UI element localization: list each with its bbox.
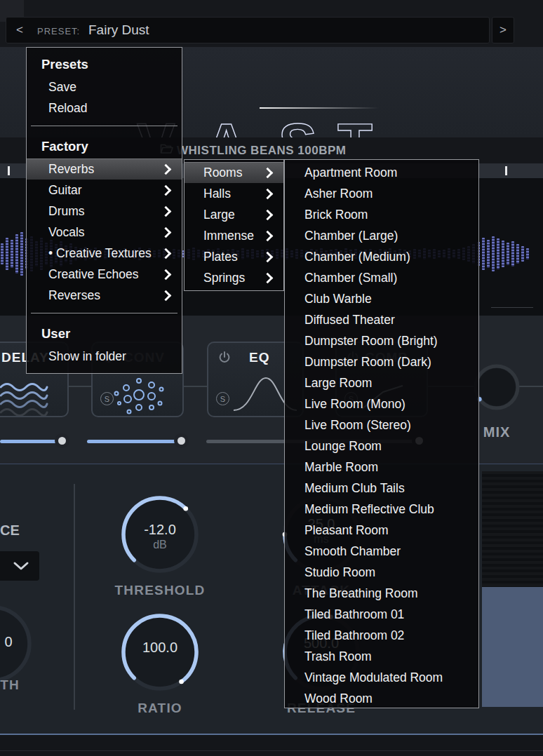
loop-start-marker[interactable] — [8, 166, 10, 175]
menu-item-label: Immense — [203, 229, 264, 243]
menu-item-asher-room[interactable]: Asher Room — [285, 183, 478, 204]
menu-item-medium-reflective-club[interactable]: Medium Reflective Club — [285, 499, 478, 520]
eq-power-icon[interactable] — [217, 351, 232, 365]
footer-bar — [0, 735, 543, 756]
waveform-bar — [11, 240, 13, 268]
menu-item-show-in-folder[interactable]: Show in folder — [27, 346, 182, 367]
menu-item-label: Dumpster Room (Dark) — [304, 355, 470, 370]
waveform-bar — [20, 232, 23, 276]
menu-item-large[interactable]: Large — [185, 204, 283, 225]
menu-item-reload[interactable]: Reload — [27, 97, 182, 119]
mix-knob[interactable] — [474, 364, 520, 410]
menu-item-diffused-theater[interactable]: Diffused Theater — [285, 309, 478, 330]
menu-item-creative-textures[interactable]: • Creative Textures — [27, 243, 182, 264]
waveform-bar — [511, 241, 514, 266]
conv-slider-handle[interactable] — [174, 433, 189, 448]
menu-divider — [31, 313, 177, 313]
module-eq-label: EQ — [249, 350, 269, 365]
delay-waves-icon — [0, 381, 49, 416]
menu-item-label: Lounge Room — [304, 439, 470, 454]
menu-item-dumpster-room-bright[interactable]: Dumpster Room (Bright) — [285, 330, 478, 351]
menu-item-label: Plates — [203, 250, 264, 264]
menu-item-rooms[interactable]: Rooms — [185, 162, 283, 183]
menu-item-the-breathing-room[interactable]: The Breathing Room — [285, 583, 478, 604]
delay-amount-slider[interactable] — [0, 440, 62, 443]
menu-item-label: Chamber (Medium) — [304, 250, 470, 264]
menu-item-live-room-stereo[interactable]: Live Room (Stereo) — [285, 414, 478, 436]
menu-item-wood-room[interactable]: Wood Room — [285, 688, 478, 709]
chevron-right-icon — [262, 251, 274, 262]
menu-item-label: Diffused Theater — [304, 313, 470, 328]
mix-knob-label: MIX — [476, 424, 518, 440]
menu-item-large-room[interactable]: Large Room — [285, 372, 478, 393]
menu-item-label: Reverses — [48, 288, 162, 303]
chevron-right-icon — [161, 227, 172, 238]
right-list-panel[interactable] — [482, 471, 543, 587]
menu-item-label: Chamber (Small) — [304, 271, 470, 285]
menu-item-label: Live Room (Mono) — [304, 397, 470, 412]
rooms-submenu: Apartment RoomAsher RoomBrick RoomChambe… — [284, 159, 479, 708]
menu-item-pleasant-room[interactable]: Pleasant Room — [285, 520, 478, 541]
chevron-down-icon — [13, 561, 29, 571]
delay-slider-handle[interactable] — [55, 433, 69, 448]
menu-item-drums[interactable]: Drums — [27, 201, 182, 222]
menu-item-label: Show in folder — [48, 349, 173, 364]
menu-item-plates[interactable]: Plates — [185, 246, 283, 267]
menu-item-save[interactable]: Save — [27, 76, 182, 97]
menu-item-immense[interactable]: Immense — [185, 225, 283, 246]
menu-item-chamber-medium[interactable]: Chamber (Medium) — [285, 246, 478, 267]
menu-item-label: Halls — [203, 187, 264, 201]
menu-item-vocals[interactable]: Vocals — [27, 222, 182, 243]
menu-item-club-warble[interactable]: Club Warble — [285, 288, 478, 309]
menu-item-springs[interactable]: Springs — [185, 267, 283, 288]
menu-item-trash-room[interactable]: Trash Room — [285, 646, 478, 667]
footer-inner-line — [0, 750, 543, 751]
sample-name[interactable]: WHISTLING BEANS 100BPM — [177, 144, 346, 158]
menu-item-medium-club-tails[interactable]: Medium Club Tails — [285, 478, 478, 499]
right-selected-panel[interactable] — [482, 587, 543, 707]
menu-item-live-room-mono[interactable]: Live Room (Mono) — [285, 393, 478, 414]
menu-item-reverses[interactable]: Reverses — [27, 285, 182, 306]
preset-caption: PRESET: — [37, 26, 80, 36]
menu-item-marble-room[interactable]: Marble Room — [285, 457, 478, 478]
waveform-bar — [502, 241, 504, 267]
menu-item-chamber-large[interactable]: Chamber (Large) — [285, 225, 478, 246]
menu-item-creative-echoes[interactable]: Creative Echoes — [27, 264, 182, 285]
menu-item-label: Rooms — [203, 166, 264, 180]
waveform-bar — [6, 238, 8, 270]
menu-item-label: Tiled Bathroom 01 — [304, 607, 470, 622]
menu-item-chamber-small[interactable]: Chamber (Small) — [285, 267, 478, 288]
menu-item-brick-room[interactable]: Brick Room — [285, 204, 478, 225]
menu-item-lounge-room[interactable]: Lounge Room — [285, 436, 478, 457]
menu-item-guitar[interactable]: Guitar — [27, 180, 182, 201]
menu-item-smooth-chamber[interactable]: Smooth Chamber — [285, 541, 478, 562]
menu-item-label: Medium Reflective Club — [304, 502, 470, 517]
fx-connector — [69, 386, 91, 387]
chevron-right-icon — [262, 230, 274, 241]
loop-end-marker[interactable] — [505, 166, 507, 175]
chevron-right-icon — [161, 248, 172, 259]
menu-item-label: Reload — [48, 101, 173, 116]
menu-item-apartment-room[interactable]: Apartment Room — [285, 162, 478, 183]
waveform-bar — [507, 243, 509, 265]
menu-item-vintage-modulated-room[interactable]: Vintage Modulated Room — [285, 667, 478, 688]
width-knob-value: 0 — [0, 634, 51, 650]
eq-solo-badge[interactable]: S — [216, 392, 229, 405]
menu-item-reverbs[interactable]: Reverbs — [27, 158, 182, 180]
preset-bar[interactable]: < PRESET: Fairy Dust — [6, 17, 490, 43]
menu-item-label: Vocals — [48, 225, 162, 240]
conv-amount-slider[interactable] — [87, 440, 182, 443]
menu-item-halls[interactable]: Halls — [185, 183, 283, 204]
menu-item-label: Live Room (Stereo) — [304, 418, 470, 433]
menu-item-studio-room[interactable]: Studio Room — [285, 562, 478, 583]
preset-prev-button[interactable]: < — [16, 18, 23, 43]
menu-item-label: Large — [203, 208, 264, 222]
menu-item-tiled-bathroom-01[interactable]: Tiled Bathroom 01 — [285, 604, 478, 625]
menu-item-tiled-bathroom-02[interactable]: Tiled Bathroom 02 — [285, 625, 478, 646]
mode-dropdown[interactable] — [0, 551, 39, 581]
preset-name[interactable]: Fairy Dust — [88, 22, 149, 38]
plugin-window: < PRESET: Fairy Dust > V A S T IMPULSE E… — [0, 0, 543, 756]
menu-item-label: Medium Club Tails — [304, 481, 470, 496]
menu-item-dumpster-room-dark[interactable]: Dumpster Room (Dark) — [285, 351, 478, 372]
preset-next-button[interactable]: > — [492, 17, 514, 43]
